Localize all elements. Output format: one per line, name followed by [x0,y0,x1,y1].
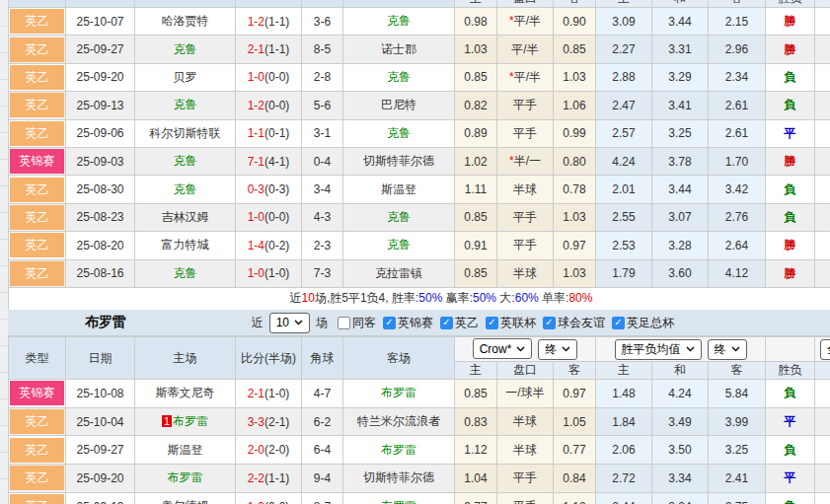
filter-checkbox-item[interactable]: ✓英乙 [440,315,479,331]
home-team[interactable]: 科尔切斯特联 [135,119,236,147]
away-team[interactable]: 切斯特菲尔德 [343,465,455,493]
score-cell: 1-0(0-0) [236,63,302,91]
away-team[interactable]: 克鲁 [343,119,455,147]
period-select[interactable]: 全 [820,339,830,360]
filter-checkbox-item[interactable]: ✓英锦赛 [383,315,433,331]
away-team[interactable]: 布罗雷 [343,436,455,465]
away-team[interactable]: 布罗雷 [343,492,455,504]
match-date: 25-10-08 [66,380,135,408]
home-team[interactable]: 克鲁 [135,92,236,119]
bookmaker-select[interactable]: Crow* [473,338,533,359]
chevron-down-icon [731,346,740,352]
league-badge[interactable]: 英锦赛 [10,381,64,405]
league-badge[interactable]: 英乙 [10,233,64,257]
odds-draw: 3.50 [652,436,709,465]
league-badge[interactable]: 英乙 [10,9,64,34]
checkbox-checked-icon[interactable]: ✓ [486,317,498,329]
league-badge[interactable]: 英乙 [10,93,64,117]
extra-cell [815,176,830,203]
filter-checkbox-item[interactable]: ✓球会友谊 [543,315,605,331]
away-team[interactable]: 诺士郡 [343,36,455,63]
team-title: 布罗雷 [85,314,126,331]
odds-draw: 3.24 [652,492,709,504]
home-team[interactable]: 克鲁 [135,36,236,63]
checkbox-checked-icon[interactable]: ✓ [383,317,396,329]
match-date: 25-09-03 [66,147,135,175]
league-cell: 英乙 [9,36,66,63]
half-time-score: (0-1) [264,126,289,140]
away-team[interactable]: 克鲁 [343,63,455,91]
away-team[interactable]: 克拉雷镇 [343,259,455,287]
filter-checkbox-item[interactable]: 同客 [338,315,376,331]
league-badge[interactable]: 英乙 [10,37,64,62]
ah-away-odds: 0.78 [554,176,596,203]
ah-home-odds: 1.03 [455,36,497,63]
extra-cell [815,63,830,91]
avg-stage-select[interactable]: 终 [708,339,747,360]
home-team[interactable]: 1布罗雷 [135,407,236,436]
league-cell: 英乙 [9,465,66,493]
corners: 3-6 [302,8,343,36]
home-team[interactable]: 奥尔德姆 [135,492,236,504]
avg-odds-select[interactable]: 胜平负均值 [615,339,702,360]
league-badge[interactable]: 英乙 [10,466,64,490]
checkbox-checked-icon[interactable]: ✓ [440,317,453,329]
checkbox-checked-icon[interactable]: ✓ [543,317,556,329]
league-badge[interactable]: 英乙 [10,409,64,434]
league-badge[interactable]: 英乙 [10,438,64,463]
away-team[interactable]: 布罗雷 [343,380,455,408]
odds-draw: 3.25 [652,119,709,147]
home-team[interactable]: 克鲁 [135,147,236,175]
ah-home-odds: 0.82 [455,92,497,119]
crewe-matches-table: 类型日期主场比分(半场)角球客场主盘口客主和客胜负让球 英乙25-10-07哈洛… [8,0,830,311]
home-team[interactable]: 布罗雷 [135,465,236,493]
away-team[interactable]: 克鲁 [343,232,455,259]
checkbox-checked-icon[interactable]: ✓ [612,317,625,329]
half-time-score: (4-1) [264,155,289,169]
result-text: 平 [785,470,796,484]
home-team[interactable]: 斯温登 [135,436,236,465]
league-badge[interactable]: 英乙 [10,205,64,230]
full-time-score: 1-0 [248,70,264,84]
filter-checkbox-item[interactable]: ✓英足总杯 [612,315,674,331]
full-time-score: 1-2 [248,99,264,112]
filter-checkbox-label: 球会友谊 [558,315,605,331]
odds-draw: 3.07 [652,203,709,231]
league-badge[interactable]: 英乙 [10,494,64,504]
checkbox-unchecked-icon[interactable] [338,317,350,329]
away-team[interactable]: 巴尼特 [343,92,455,119]
home-team[interactable]: 克鲁 [135,259,236,287]
team-name: 布罗雷 [381,499,416,504]
half-time-score: (1-0) [264,266,289,280]
ah-away-odds: 0.85 [554,36,596,63]
home-team[interactable]: 克鲁 [135,176,236,203]
ah-away-odds: 0.97 [554,232,596,259]
home-team[interactable]: 贝罗 [135,63,236,91]
home-team[interactable]: 吉林汉姆 [135,203,236,231]
league-badge[interactable]: 英乙 [10,121,64,146]
match-date: 25-09-27 [66,36,135,63]
avg-odds-strip: 胜平负均值终 [596,337,766,362]
score-cell: 1-1(0-1) [236,119,302,147]
league-badge[interactable]: 英乙 [10,178,64,202]
league-badge[interactable]: 英锦赛 [10,149,64,174]
home-team[interactable]: 哈洛贾特 [135,8,236,36]
home-team[interactable]: 富力特城 [135,232,236,259]
team-name: 特兰米尔流浪者 [357,414,440,428]
ah-home-odds: 0.85 [455,259,497,287]
away-team[interactable]: 克鲁 [343,203,455,231]
league-badge[interactable]: 英乙 [10,261,64,286]
col-header-o2: 和 [652,362,709,380]
home-team[interactable]: 斯蒂文尼奇 [135,380,236,408]
col-header-extra: 让球 [815,0,830,8]
filter-checkbox-item[interactable]: ✓英联杯 [486,315,536,331]
away-team[interactable]: 斯温登 [343,176,455,203]
away-team[interactable]: 切斯特菲尔德 [343,147,455,175]
away-team[interactable]: 特兰米尔流浪者 [343,407,455,436]
summary-segment: 50% [418,291,442,305]
league-badge[interactable]: 英乙 [10,65,64,90]
recent-games-select[interactable]: 10 [269,313,310,333]
odds-away: 2.61 [709,92,766,119]
odds-stage-select[interactable]: 终 [538,339,577,360]
away-team[interactable]: 克鲁 [343,8,455,36]
